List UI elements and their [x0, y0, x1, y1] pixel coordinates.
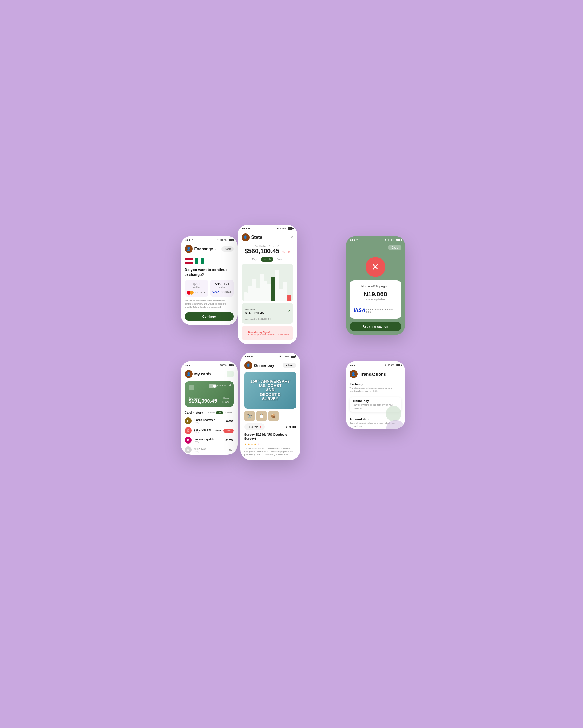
bar-6	[264, 281, 267, 301]
last-month-row: Last month: $151,020.54	[245, 316, 290, 321]
exchange-section: Exchange Transfer money between accounts…	[346, 380, 405, 394]
bar-9	[275, 270, 279, 301]
to-card-number: **** 9961	[220, 291, 231, 294]
continue-button[interactable]: Continue	[185, 312, 234, 321]
battery-icon	[228, 364, 233, 366]
flags-row	[181, 255, 238, 266]
exchange-to-card: N19,060 Naira VISA **** 9961	[210, 280, 234, 297]
filter-tab-day[interactable]: Day	[216, 411, 223, 414]
divider-2	[350, 414, 401, 414]
transactions-header: 👤 Transactions	[346, 368, 405, 380]
clear-button[interactable]: Clear	[223, 428, 233, 433]
tab-day[interactable]: Day	[249, 257, 260, 262]
like-button[interactable]: Like this ♥	[244, 423, 265, 430]
online-header: 👤 Online pay ⌄ Close	[240, 359, 300, 372]
battery-icon	[291, 355, 296, 358]
trans-info: NEFA Ivan Today	[194, 448, 226, 452]
trans-amount: -$1,000	[225, 419, 234, 422]
divider	[353, 304, 397, 304]
back-button[interactable]: Back	[388, 245, 401, 250]
avatar: 👤	[185, 370, 193, 378]
avatar: 👤	[242, 233, 249, 241]
battery-icons: ✦ 100%	[385, 364, 401, 367]
survey-title: 150TH ANNIVERSARYU.S. COASTANDGEODETICSU…	[250, 379, 290, 401]
phone-retry: ●●● ✦ ✦ 100% Back ✕ Not sent! Try again …	[346, 236, 405, 335]
retry-equivalent: $50.31 equivalent	[353, 298, 397, 301]
star-1: ★	[244, 442, 247, 446]
thumbnail-2[interactable]: 📋	[257, 411, 267, 421]
trans-avatar: B	[185, 437, 192, 444]
arrow-up-right-icon: ↗	[288, 309, 290, 312]
error-x-icon: ✕	[372, 262, 379, 272]
bar-10	[279, 289, 283, 301]
bar-1	[244, 292, 248, 301]
chevron-down-icon: ⌄	[276, 364, 278, 367]
back-button[interactable]: Back	[221, 246, 233, 252]
page-title: Exchange	[194, 246, 213, 251]
chart-bars	[242, 264, 293, 301]
trans-info: Emeka Goodyear Today	[194, 419, 222, 423]
exchange-question: Do you want to continue exchange?	[181, 266, 238, 280]
card-brand: MasterCard	[217, 384, 231, 387]
filter-tab-recent[interactable]: Recent	[224, 411, 233, 414]
expiry-label: Expiry:	[223, 397, 230, 399]
add-card-button[interactable]: +	[227, 370, 234, 378]
transaction-item: S StarGroup Inc. Today -$666 Clear	[181, 426, 238, 435]
card-expiry: 12/26	[222, 400, 230, 404]
stats-summary: This month: $140,020.45 ↗ Last month: $1…	[242, 303, 293, 323]
status-bar-transactions: ●●● ✦ ✦ 100%	[346, 361, 405, 368]
bar-12-red	[287, 295, 291, 301]
from-card-number: **** 3618	[195, 291, 205, 294]
transaction-item: E Emeka Goodyear Today -$1,000	[181, 416, 238, 426]
page-title: Transactions	[360, 372, 386, 376]
bar-3	[251, 279, 256, 301]
signal-icon: ●●● ✦	[185, 363, 193, 367]
chevron-down-icon: ⌄	[215, 248, 217, 250]
section-title-exchange: Exchange	[350, 383, 401, 386]
retry-button[interactable]: Retry transaction	[350, 322, 401, 331]
thumbnail-1[interactable]: 🔭	[244, 411, 255, 421]
phone-online: ●●● ✦ ✦ 100% 👤 Online pay ⌄ Close 150TH …	[240, 353, 300, 460]
trans-date: Today	[194, 421, 222, 423]
page-title: Online pay	[254, 363, 274, 368]
product-name: Survey B12 kit (US Geodesic Survey)	[244, 433, 296, 441]
card-toggle[interactable]	[209, 384, 217, 388]
section-title-online: Online pay	[353, 399, 398, 403]
status-bar-retry: ●●● ✦ ✦ 100%	[346, 236, 405, 242]
trans-avatar: S	[185, 427, 192, 434]
bar-7	[267, 284, 271, 301]
to-amount: N19,060	[212, 282, 231, 286]
status-bar-exchange: ●●● ✦ ✦ 100%	[181, 236, 238, 242]
filter-tabs: Amount Day Recent	[208, 411, 234, 414]
trans-name: NEFA Ivan	[194, 448, 226, 450]
thumbnail-3[interactable]: 📦	[268, 411, 279, 421]
to-currency: Naira	[212, 286, 231, 289]
battery-icons: ✦ 100%	[217, 364, 233, 367]
tab-month[interactable]: Month	[261, 257, 273, 262]
close-button[interactable]: ×	[291, 235, 293, 240]
error-circle: ✕	[366, 257, 386, 277]
signal-icon: ●●● ✦	[242, 227, 250, 230]
battery-icons: ✦ 100%	[276, 227, 293, 230]
period-tabs: Day Month Year	[238, 257, 297, 264]
phone-exchange: ●●● ✦ ✦ 100% 👤 Exchange ⌄ Back	[181, 236, 238, 325]
tab-year[interactable]: Year	[274, 257, 285, 262]
section-title-account: Account data	[350, 417, 401, 421]
bar-4	[256, 288, 260, 301]
product-image: 150TH ANNIVERSARYU.S. COASTANDGEODETICSU…	[244, 372, 296, 409]
star-3: ★	[251, 442, 253, 446]
star-2: ★	[247, 442, 250, 446]
balance-change: ▼4.1%	[282, 251, 290, 254]
trans-amount: -$54	[228, 448, 233, 451]
chart-area	[242, 264, 293, 301]
exchange-cards-row: $50 Dollar **** 3618 N19,060 Naira VISA …	[181, 280, 238, 299]
close-button[interactable]: Close	[283, 363, 296, 368]
card-chip-icon	[189, 385, 194, 390]
trans-amount: -$666	[215, 429, 221, 432]
history-title: Card history	[185, 411, 203, 414]
history-header: Card history Amount Day Recent	[181, 408, 238, 416]
trans-name: StarGroup Inc.	[194, 428, 213, 431]
product-price: $19.00	[285, 425, 296, 429]
toggle-dot	[213, 385, 216, 388]
exchange-note: You will be redirected to the MasterCard…	[181, 299, 238, 311]
